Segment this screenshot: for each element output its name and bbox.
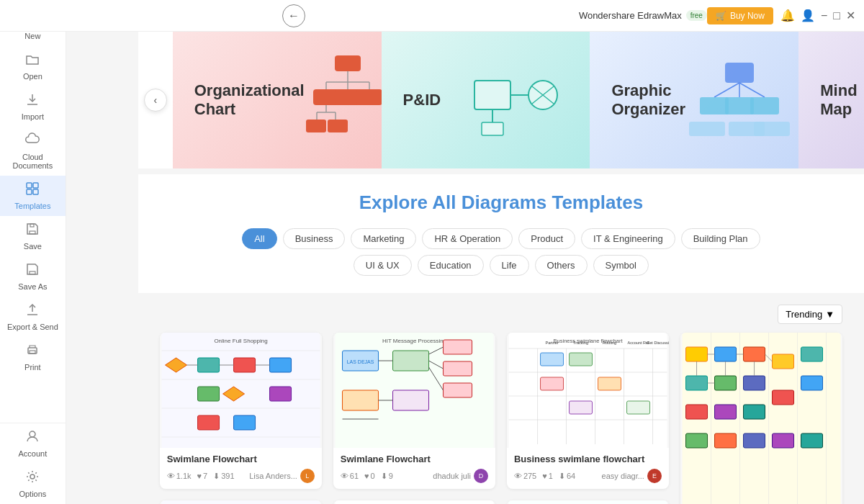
template-meta-1: 👁 1.1k ♥ 7 ⬇ 391 Lisa Anders... L bbox=[167, 469, 315, 483]
sidebar-item-options[interactable]: Options bbox=[0, 464, 66, 504]
template-card-5[interactable]: College Management for XYZ School bbox=[160, 500, 322, 504]
sidebar-label-saveas: Save As bbox=[18, 282, 47, 291]
svg-rect-144 bbox=[801, 433, 822, 448]
carousel-item-pid[interactable]: P&ID bbox=[382, 32, 590, 168]
svg-rect-120 bbox=[626, 401, 649, 414]
carousel-item-go[interactable]: GraphicOrganizer bbox=[590, 32, 798, 168]
user-avatar[interactable]: 👤 bbox=[801, 9, 815, 22]
downloads-stat-2: ⬇ 9 bbox=[381, 472, 393, 481]
svg-rect-78 bbox=[197, 415, 219, 430]
svg-rect-49 bbox=[754, 122, 790, 136]
sort-select[interactable]: Trending ▼ bbox=[778, 305, 842, 324]
app-badge: free bbox=[686, 10, 707, 21]
svg-rect-75 bbox=[197, 387, 219, 401]
sidebar-item-templates[interactable]: Templates bbox=[0, 176, 66, 216]
views-stat-2: 👁 61 bbox=[341, 472, 359, 481]
buy-now-button[interactable]: 🛒 Buy Now bbox=[707, 7, 773, 24]
template-title-2: Swimlane Flowchart bbox=[341, 454, 488, 464]
templates-section: Trending ▼ Online Full Shopping bbox=[138, 293, 864, 504]
template-info-1: Swimlane Flowchart 👁 1.1k ♥ 7 ⬇ 391 Lisa… bbox=[160, 448, 322, 489]
minimize-icon[interactable]: − bbox=[821, 9, 827, 22]
sidebar-label-account: Account bbox=[19, 449, 48, 458]
svg-rect-141 bbox=[714, 433, 736, 448]
svg-rect-117 bbox=[540, 377, 563, 390]
sidebar-label-print: Print bbox=[24, 363, 41, 372]
svg-rect-129 bbox=[685, 405, 707, 419]
sidebar-item-open[interactable]: Open bbox=[0, 46, 66, 86]
svg-rect-95 bbox=[342, 390, 378, 410]
template-info-2: Swimlane Flowchart 👁 61 ♥ 0 ⬇ 9 dhaduk j… bbox=[333, 448, 495, 489]
carousel-item-pid-img bbox=[467, 59, 568, 141]
back-button[interactable]: ← bbox=[282, 4, 305, 27]
sidebar-item-import[interactable]: Import bbox=[0, 86, 66, 127]
carousel-item-mm[interactable]: Mind Map bbox=[798, 32, 864, 168]
sidebar-label-save: Save bbox=[24, 242, 42, 251]
template-info-3: Business swimlane flowchart 👁 275 ♥ 1 ⬇ … bbox=[507, 448, 669, 489]
sidebar-item-print[interactable]: Print bbox=[0, 337, 66, 377]
filter-all[interactable]: All bbox=[242, 228, 276, 249]
filter-others[interactable]: Others bbox=[535, 255, 588, 276]
filter-marketing[interactable]: Marketing bbox=[351, 228, 416, 249]
svg-rect-65 bbox=[161, 333, 320, 448]
template-stats-2: 👁 61 ♥ 0 ⬇ 9 bbox=[341, 472, 393, 481]
close-icon[interactable]: ✕ bbox=[846, 9, 855, 22]
carousel-items: OrganizationalChart bbox=[173, 32, 864, 168]
template-thumb-2: HIT Message Processing LAS DEJAS bbox=[333, 333, 495, 448]
sidebar-label-new: New bbox=[24, 32, 40, 40]
sidebar-item-export[interactable]: Export & Send bbox=[0, 297, 66, 337]
topbar-center: Wondershare EdrawMax free bbox=[579, 10, 707, 21]
author-avatar-1: L bbox=[300, 469, 315, 483]
carousel-prev-button[interactable]: ‹ bbox=[144, 89, 167, 112]
sidebar-item-save[interactable]: Save bbox=[0, 216, 66, 256]
svg-rect-47 bbox=[689, 122, 725, 136]
explore-section: Explore All Diagrams Templates All Busin… bbox=[138, 174, 864, 293]
template-card-7[interactable]: Swimlane Flowchart 👁 — bbox=[507, 500, 669, 504]
svg-rect-135 bbox=[743, 405, 765, 419]
downloads-stat-1: ⬇ 391 bbox=[213, 472, 234, 481]
svg-rect-26 bbox=[356, 89, 382, 105]
svg-rect-133 bbox=[743, 347, 765, 361]
svg-rect-73 bbox=[233, 358, 255, 372]
filter-symbol[interactable]: Symbol bbox=[593, 255, 649, 276]
main-content: ‹ OrganizationalChart bbox=[138, 32, 864, 504]
open-icon bbox=[25, 52, 40, 70]
chevron-down-icon: ▼ bbox=[825, 309, 834, 320]
filter-hr[interactable]: HR & Operation bbox=[422, 228, 513, 249]
filter-life[interactable]: Life bbox=[490, 255, 529, 276]
sidebar-item-cloud[interactable]: Cloud Documents bbox=[0, 127, 66, 176]
svg-rect-33 bbox=[474, 81, 510, 109]
template-card-1[interactable]: Online Full Shopping bbox=[160, 333, 322, 489]
notification-icon[interactable]: 🔔 bbox=[780, 9, 795, 22]
carousel-item-org[interactable]: OrganizationalChart bbox=[173, 32, 382, 168]
sidebar-item-account[interactable]: Account bbox=[0, 423, 66, 464]
svg-rect-31 bbox=[306, 120, 326, 132]
template-card-2[interactable]: HIT Message Processing LAS DEJAS bbox=[333, 333, 495, 489]
svg-text:Online Full Shopping: Online Full Shopping bbox=[214, 338, 267, 344]
svg-rect-89 bbox=[443, 361, 472, 376]
explore-title-plain: Explore bbox=[359, 192, 433, 213]
sort-row: Trending ▼ bbox=[160, 305, 842, 324]
filter-product[interactable]: Product bbox=[518, 228, 575, 249]
sidebar-item-saveas[interactable]: Save As bbox=[0, 256, 66, 297]
template-thumb-1: Online Full Shopping bbox=[160, 333, 322, 448]
template-card-3[interactable]: Business swimlane flowchart Partner bbox=[507, 333, 669, 489]
svg-rect-127 bbox=[685, 347, 707, 361]
template-card-4[interactable]: Registration Swimlane Flowchart 👁 307 ♥ … bbox=[680, 333, 842, 504]
cloud-icon bbox=[25, 132, 40, 150]
svg-line-41 bbox=[714, 83, 739, 97]
template-card-6[interactable]: Flowchart Swimlane bbox=[333, 500, 495, 504]
filter-education[interactable]: Education bbox=[418, 255, 484, 276]
filter-it[interactable]: IT & Engineering bbox=[581, 228, 675, 249]
filter-building[interactable]: Building Plan bbox=[681, 228, 760, 249]
likes-stat-2: ♥ 0 bbox=[364, 472, 375, 481]
sidebar-label-import: Import bbox=[22, 112, 44, 121]
svg-rect-32 bbox=[328, 120, 348, 132]
maximize-icon[interactable]: □ bbox=[833, 9, 840, 22]
topbar: ← Wondershare EdrawMax free 🛒 Buy Now 🔔 … bbox=[0, 0, 864, 32]
sidebar-label-open: Open bbox=[23, 72, 42, 81]
sidebar-label-templates: Templates bbox=[14, 202, 50, 210]
svg-rect-119 bbox=[569, 401, 592, 414]
template-stats-1: 👁 1.1k ♥ 7 ⬇ 391 bbox=[167, 472, 235, 481]
filter-ui[interactable]: UI & UX bbox=[354, 255, 412, 276]
filter-business[interactable]: Business bbox=[283, 228, 346, 249]
